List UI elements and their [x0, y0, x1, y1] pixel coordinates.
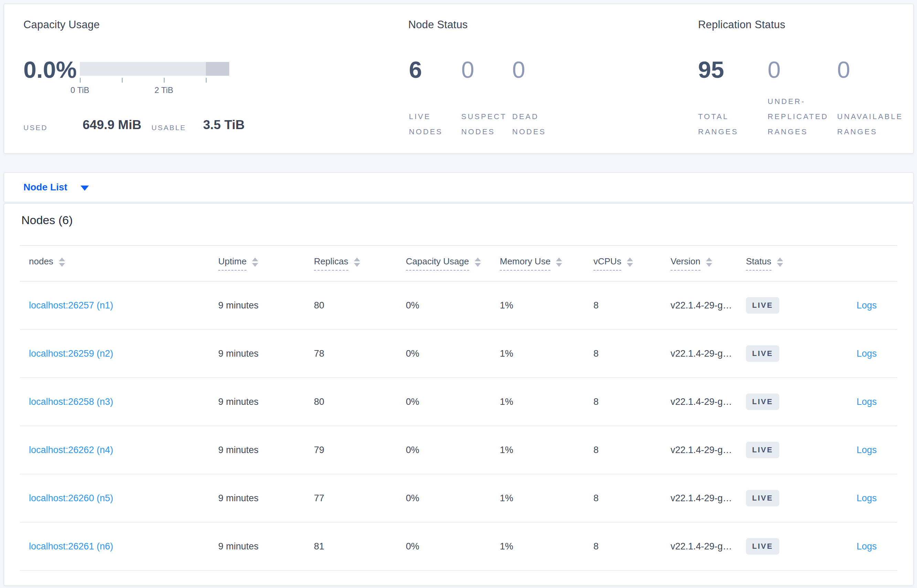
- cluster-summary-card: Capacity Usage 0.0% 0 TiB 2 TiB USED 649…: [3, 3, 914, 154]
- node-link[interactable]: localhost:26261 (n6): [29, 541, 113, 551]
- replicas-cell: 81: [314, 541, 406, 552]
- table-row: localhost:26260 (n5) 9 minutes 77 0% 1% …: [20, 474, 898, 523]
- column-header-nodes[interactable]: nodes: [20, 256, 218, 271]
- status-badge: LIVE: [746, 490, 779, 506]
- axis-tick: [164, 78, 165, 82]
- sort-icon[interactable]: [59, 257, 65, 267]
- sort-icon[interactable]: [354, 257, 360, 267]
- logs-link[interactable]: Logs: [856, 300, 877, 310]
- version-cell: v22.1.4-29-g…: [670, 397, 746, 407]
- column-header-replicas[interactable]: Replicas: [314, 256, 406, 271]
- logs-link[interactable]: Logs: [856, 348, 877, 359]
- vcpus-cell: 8: [593, 493, 670, 504]
- sort-icon[interactable]: [475, 257, 481, 267]
- version-cell: v22.1.4-29-g…: [670, 348, 746, 359]
- sort-icon[interactable]: [556, 257, 562, 267]
- replicas-cell: 80: [314, 397, 406, 407]
- version-cell: v22.1.4-29-g…: [670, 493, 746, 504]
- live-nodes-label: LIVE NODES: [409, 109, 443, 139]
- replicas-cell: 77: [314, 493, 406, 504]
- uptime-cell: 9 minutes: [218, 397, 314, 407]
- axis-tick: [206, 78, 207, 82]
- logs-link[interactable]: Logs: [856, 541, 877, 551]
- vcpus-cell: 8: [593, 397, 670, 407]
- suspect-nodes-count: 0: [461, 58, 474, 82]
- version-cell: v22.1.4-29-g…: [670, 541, 746, 552]
- nodes-table-header-row: nodes Uptime Replicas Capacity Usage Mem…: [20, 245, 898, 282]
- usable-label: USABLE: [152, 124, 186, 132]
- node-link[interactable]: localhost:26257 (n1): [29, 300, 113, 310]
- logs-link[interactable]: Logs: [856, 493, 877, 503]
- column-header-capacity-usage[interactable]: Capacity Usage: [406, 256, 500, 271]
- table-row: localhost:26259 (n2) 9 minutes 78 0% 1% …: [20, 330, 898, 378]
- logs-link[interactable]: Logs: [856, 445, 877, 455]
- suspect-nodes-label: SUSPECT NODES: [461, 109, 507, 139]
- memory-cell: 1%: [500, 541, 593, 552]
- column-header-uptime[interactable]: Uptime: [218, 256, 314, 271]
- node-status-title: Node Status: [408, 19, 468, 31]
- axis-tick-label: 2 TiB: [155, 86, 173, 95]
- table-row: localhost:26261 (n6) 9 minutes 81 0% 1% …: [20, 523, 898, 571]
- version-cell: v22.1.4-29-g…: [670, 445, 746, 456]
- table-row: localhost:26257 (n1) 9 minutes 80 0% 1% …: [20, 282, 898, 330]
- node-link[interactable]: localhost:26258 (n3): [29, 397, 113, 407]
- table-row: localhost:26258 (n3) 9 minutes 80 0% 1% …: [20, 378, 898, 426]
- under-replicated-ranges-label: UNDER- REPLICATED RANGES: [768, 94, 828, 139]
- chevron-down-icon: [81, 186, 89, 191]
- used-value: 649.9 MiB: [82, 118, 142, 132]
- column-header-memory-use[interactable]: Memory Use: [500, 256, 593, 271]
- replicas-cell: 80: [314, 300, 406, 311]
- sort-icon[interactable]: [252, 257, 258, 267]
- node-list-dropdown[interactable]: Node List: [23, 182, 89, 193]
- capacity-usage-title: Capacity Usage: [23, 19, 100, 31]
- status-badge: LIVE: [746, 442, 779, 458]
- table-row: localhost:26262 (n4) 9 minutes 79 0% 1% …: [20, 426, 898, 474]
- vcpus-cell: 8: [593, 541, 670, 552]
- dead-nodes-count: 0: [512, 58, 525, 82]
- used-label: USED: [23, 124, 47, 132]
- capacity-cell: 0%: [406, 348, 500, 359]
- node-list-dropdown-bar: Node List: [3, 172, 914, 202]
- memory-cell: 1%: [500, 300, 593, 311]
- capacity-bar-other-segment: [206, 62, 229, 76]
- status-badge: LIVE: [746, 345, 779, 362]
- logs-link[interactable]: Logs: [856, 397, 877, 407]
- memory-cell: 1%: [500, 445, 593, 456]
- dead-nodes-label: DEAD NODES: [512, 109, 546, 139]
- capacity-bar-usable-segment: [80, 62, 206, 76]
- column-header-vcpus[interactable]: vCPUs: [593, 256, 670, 271]
- uptime-cell: 9 minutes: [218, 348, 314, 359]
- column-header-status[interactable]: Status: [746, 256, 823, 271]
- memory-cell: 1%: [500, 348, 593, 359]
- replicas-cell: 78: [314, 348, 406, 359]
- uptime-cell: 9 minutes: [218, 493, 314, 504]
- axis-tick-label: 0 TiB: [71, 86, 89, 95]
- vcpus-cell: 8: [593, 348, 670, 359]
- node-link[interactable]: localhost:26259 (n2): [29, 348, 113, 359]
- sort-icon[interactable]: [706, 257, 712, 267]
- total-ranges-label: TOTAL RANGES: [698, 109, 738, 139]
- sort-icon[interactable]: [777, 257, 783, 267]
- status-badge: LIVE: [746, 297, 779, 313]
- unavailable-ranges-count: 0: [837, 58, 850, 82]
- status-badge: LIVE: [746, 538, 779, 555]
- node-link[interactable]: localhost:26262 (n4): [29, 445, 113, 455]
- live-nodes-count: 6: [409, 58, 422, 82]
- node-link[interactable]: localhost:26260 (n5): [29, 493, 113, 503]
- uptime-cell: 9 minutes: [218, 541, 314, 552]
- capacity-cell: 0%: [406, 397, 500, 407]
- uptime-cell: 9 minutes: [218, 445, 314, 456]
- axis-tick: [80, 78, 81, 82]
- capacity-cell: 0%: [406, 493, 500, 504]
- capacity-cell: 0%: [406, 541, 500, 552]
- column-header-version[interactable]: Version: [670, 256, 746, 271]
- replication-status-title: Replication Status: [698, 19, 785, 31]
- unavailable-ranges-label: UNAVAILABLE RANGES: [837, 109, 903, 139]
- capacity-usage-percent: 0.0%: [23, 58, 77, 82]
- memory-cell: 1%: [500, 493, 593, 504]
- version-cell: v22.1.4-29-g…: [670, 300, 746, 311]
- capacity-cell: 0%: [406, 300, 500, 311]
- nodes-table-card: Nodes (6) nodes Uptime Replicas Capacity…: [3, 203, 914, 586]
- total-ranges-count: 95: [698, 58, 724, 82]
- sort-icon[interactable]: [627, 257, 633, 267]
